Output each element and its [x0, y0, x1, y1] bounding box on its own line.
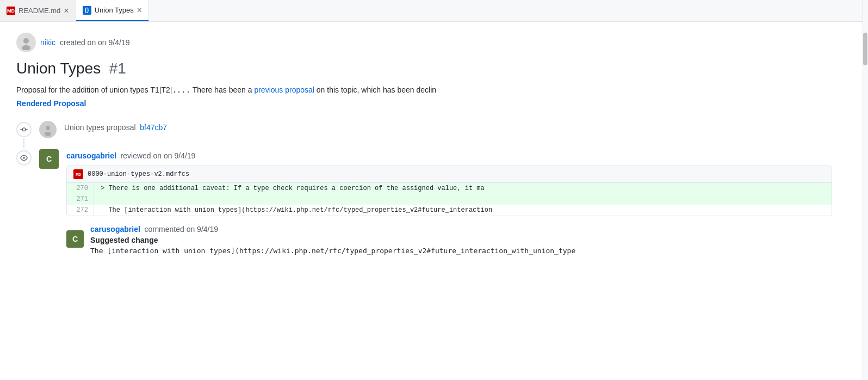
union-types-tab-close[interactable]: × — [137, 6, 142, 15]
tab-bar: MD README.md × {} Union Types × — [0, 0, 868, 22]
reviewer-avatar: C — [39, 149, 59, 169]
commenter-avatar: C — [66, 230, 84, 248]
readme-tab-icon: MD — [7, 7, 15, 15]
commit-message: Union types proposal — [64, 123, 136, 132]
commit-item: Union types proposal bf47cb7 — [16, 121, 832, 138]
tab-union-types[interactable]: {} Union Types × — [76, 0, 149, 21]
description-suffix: on this topic, which has been declin — [314, 85, 436, 94]
diff-file-icon: MD — [73, 169, 83, 179]
diff-container: MD 0000-union-types-v2.mdrfcs 270 > Ther… — [66, 166, 832, 216]
commenter-name[interactable]: carusogabriel — [90, 225, 140, 234]
timeline: Union types proposal bf47cb7 C carusogab… — [16, 121, 832, 255]
commit-icon — [16, 122, 32, 137]
tab-readme[interactable]: MD README.md × — [0, 0, 76, 21]
author-name[interactable]: nikic — [40, 38, 55, 47]
diff-code-271 — [94, 194, 832, 205]
author-action: created on on 9/4/19 — [60, 38, 129, 47]
description-middle: There has been a — [190, 85, 254, 94]
previous-proposal-link[interactable]: previous proposal — [254, 85, 314, 94]
issue-number: #1 — [105, 60, 126, 77]
review-content: carusogabriel reviewed on on 9/4/19 MD 0… — [66, 149, 832, 255]
diff-code-270: > There is one additional caveat: If a t… — [94, 183, 832, 194]
description-code: .... — [172, 85, 190, 94]
main-content: nikic created on on 9/4/19 Union Types #… — [0, 22, 848, 275]
rendered-proposal-link[interactable]: Rendered Proposal — [16, 99, 86, 108]
review-action: reviewed on on 9/4/19 — [121, 151, 196, 160]
commit-hash-link[interactable]: bf47cb7 — [140, 123, 167, 132]
comment-heading: Suggested change — [90, 236, 832, 244]
svg-point-5 — [45, 132, 51, 136]
diff-row-271: 271 — [67, 194, 832, 205]
scrollbar[interactable] — [863, 0, 868, 275]
readme-tab-close[interactable]: × — [64, 7, 69, 15]
page-title: Union Types #1 — [16, 60, 832, 77]
reviewer-name[interactable]: carusogabriel — [66, 151, 116, 160]
author-avatar — [16, 33, 36, 52]
commit-content: Union types proposal bf47cb7 — [64, 121, 832, 132]
diff-row-270: 270 > There is one additional caveat: If… — [67, 183, 832, 194]
diff-line-num-271: 271 — [67, 194, 94, 205]
timeline-line — [23, 138, 24, 148]
commit-avatar — [39, 121, 57, 138]
author-row: nikic created on on 9/4/19 — [16, 33, 832, 52]
union-types-tab-icon: {} — [83, 6, 91, 15]
comment-action: commented on 9/4/19 — [145, 225, 218, 234]
diff-filename: 0000-union-types-v2.mdrfcs — [88, 170, 189, 178]
comment-body: carusogabriel commented on 9/4/19 Sugges… — [90, 225, 832, 255]
diff-header: MD 0000-union-types-v2.mdrfcs — [67, 166, 832, 183]
review-item: C carusogabriel reviewed on on 9/4/19 MD… — [16, 149, 832, 255]
description-prefix: Proposal for the addition of union types… — [16, 85, 172, 94]
comment-section: C carusogabriel commented on 9/4/19 Sugg… — [66, 225, 832, 255]
description: Proposal for the addition of union types… — [16, 84, 832, 96]
review-icon — [16, 150, 32, 166]
svg-point-1 — [23, 38, 29, 44]
readme-tab-label: README.md — [18, 7, 60, 15]
title-text: Union Types — [16, 60, 101, 77]
comment-meta: carusogabriel commented on 9/4/19 — [90, 225, 832, 234]
diff-line-num-270: 270 — [67, 183, 94, 194]
diff-code-272: The [interaction with union types](https… — [94, 205, 832, 216]
diff-line-num-272: 272 — [67, 205, 94, 216]
comment-content: The [interaction with union types](https… — [90, 247, 832, 255]
diff-row-272: 272 The [interaction with union types](h… — [67, 205, 832, 216]
union-types-tab-label: Union Types — [95, 6, 134, 14]
scrollbar-thumb[interactable] — [863, 33, 867, 65]
svg-point-4 — [46, 126, 50, 130]
